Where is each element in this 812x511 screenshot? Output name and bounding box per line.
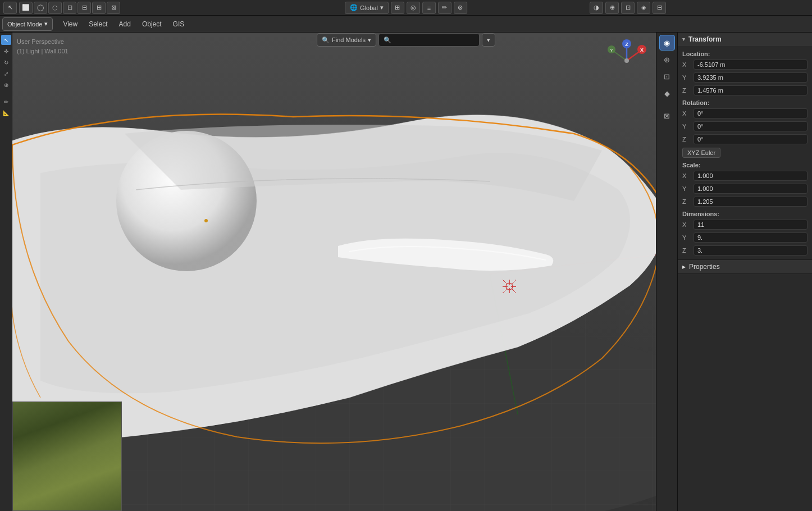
search-icon: 🔍 bbox=[384, 36, 391, 44]
global-chevron: ▾ bbox=[380, 4, 384, 11]
menu-add[interactable]: Add bbox=[113, 16, 136, 33]
rotation-label: Rotation: bbox=[682, 97, 808, 107]
transform-header[interactable]: ▾ Transform bbox=[678, 33, 812, 46]
svg-text:Z: Z bbox=[625, 42, 628, 47]
svg-line-21 bbox=[613, 51, 627, 61]
right-panel: ▾ Transform Location: X -6.5107 m Y 3.92… bbox=[677, 33, 812, 511]
extra-tool-btn[interactable]: ⊗ bbox=[454, 2, 467, 14]
dim-y-input[interactable]: 9. bbox=[694, 232, 808, 243]
properties-header[interactable]: ▸ Properties bbox=[678, 260, 812, 273]
rotation-mode-badge[interactable]: XYZ Euler bbox=[682, 148, 720, 158]
dim-x-label: X bbox=[682, 221, 694, 228]
find-models-label: Find Models bbox=[332, 36, 366, 43]
menu-bar: Object Mode ▾ View Select Add Object GIS… bbox=[0, 16, 812, 33]
dim-x-input[interactable]: 11 bbox=[694, 220, 808, 230]
menu-select[interactable]: Select bbox=[83, 16, 113, 33]
scale-z-label: Z bbox=[682, 198, 694, 205]
render-btn[interactable]: ◈ bbox=[637, 2, 650, 14]
dim-z-input[interactable]: 3. bbox=[694, 245, 808, 256]
location-z-input[interactable]: 1.4576 m bbox=[694, 85, 808, 95]
overlay-btn[interactable]: ⊡ bbox=[621, 2, 635, 14]
right-panel-icons: ◉ ⊕ ⊡ ◆ ⊠ bbox=[656, 33, 677, 511]
find-models-area: 🔍 Find Models ▾ 🔍 ▾ bbox=[317, 31, 495, 48]
transform-body: Location: X -6.5107 m Y 3.9235 m Z 1.457… bbox=[678, 46, 812, 259]
proportional-btn[interactable]: ◎ bbox=[407, 2, 420, 14]
loc-y-label: Y bbox=[682, 74, 694, 81]
measure-tool[interactable]: 📐 bbox=[1, 108, 11, 118]
viewport-extra1[interactable]: ⊠ bbox=[659, 108, 675, 124]
nav-gizmo[interactable]: Z X Y bbox=[604, 38, 649, 83]
select-extra3-btn[interactable]: ⊞ bbox=[92, 2, 106, 14]
location-label: Location: bbox=[682, 48, 808, 58]
scale-z-input[interactable]: 1.205 bbox=[694, 197, 808, 207]
dimensions-label: Dimensions: bbox=[682, 208, 808, 218]
annotate-tool[interactable]: ✏ bbox=[1, 97, 11, 107]
transform-label: Transform bbox=[688, 35, 722, 43]
dim-y-label: Y bbox=[682, 234, 694, 241]
location-x-input[interactable]: -6.5107 m bbox=[694, 60, 808, 70]
svg-point-24 bbox=[624, 58, 629, 63]
select-box-btn[interactable]: ⬜ bbox=[19, 2, 33, 14]
find-models-expand[interactable]: ▾ bbox=[482, 33, 495, 47]
gizmo-btn[interactable]: ⊕ bbox=[605, 2, 619, 14]
location-y-input[interactable]: 3.9235 m bbox=[694, 72, 808, 83]
viewport-overlay-btn[interactable]: ⊡ bbox=[659, 69, 675, 84]
viewport-render-mode[interactable]: ◆ bbox=[659, 85, 675, 101]
menu-gis[interactable]: GIS bbox=[167, 16, 190, 33]
select-extra-btn[interactable]: ⊡ bbox=[63, 2, 76, 14]
mode-selector[interactable]: Object Mode ▾ bbox=[2, 17, 53, 31]
center-toolbar: 🌐 Global ▾ ⊞ ◎ ≡ ✏ ⊗ bbox=[345, 2, 467, 14]
location-y-row: Y 3.9235 m bbox=[682, 71, 808, 84]
dim-z-label: Z bbox=[682, 247, 694, 254]
scale-x-input[interactable]: 1.000 bbox=[694, 171, 808, 181]
move-tool[interactable]: ✛ bbox=[1, 46, 11, 56]
rotation-x-row: X 0° bbox=[682, 107, 808, 120]
rotation-z-row: Z 0° bbox=[682, 133, 808, 145]
find-models-chevron: ▾ bbox=[368, 36, 371, 44]
transform-tool[interactable]: ⊕ bbox=[1, 80, 11, 90]
viewport-shading-solid[interactable]: ◉ bbox=[659, 35, 675, 51]
grease-btn[interactable]: ✏ bbox=[438, 2, 451, 14]
top-toolbar: ↖ ⬜ ◯ ◌ ⊡ ⊟ ⊞ ⊠ 🌐 Global ▾ ⊞ ◎ ≡ ✏ ⊗ ◑ ⊕… bbox=[0, 0, 812, 16]
loc-z-label: Z bbox=[682, 87, 694, 94]
transform-section: ▾ Transform Location: X -6.5107 m Y 3.92… bbox=[678, 33, 812, 260]
mirror-btn[interactable]: ≡ bbox=[422, 2, 436, 14]
menu-object[interactable]: Object bbox=[136, 16, 167, 33]
viewport[interactable]: User Perspective (1) Light | Wall.001 Z … bbox=[12, 33, 677, 511]
location-x-row: X -6.5107 m bbox=[682, 58, 808, 71]
search-input-bar[interactable]: 🔍 bbox=[378, 33, 480, 47]
viewport-gizmo-btn[interactable]: ⊕ bbox=[659, 52, 675, 67]
viewport-mode-btn[interactable]: ◑ bbox=[590, 2, 603, 14]
scale-y-input[interactable]: 1.000 bbox=[694, 184, 808, 194]
select-circle-btn[interactable]: ◯ bbox=[34, 2, 47, 14]
rotation-x-input[interactable]: 0° bbox=[694, 108, 808, 118]
select-extra2-btn[interactable]: ⊟ bbox=[77, 2, 91, 14]
properties-section: ▸ Properties bbox=[678, 260, 812, 274]
global-dropdown[interactable]: 🌐 Global ▾ bbox=[345, 2, 389, 14]
select-lasso-btn[interactable]: ◌ bbox=[48, 2, 62, 14]
editor-type-btn[interactable]: ⊟ bbox=[653, 2, 666, 14]
rotation-z-input[interactable]: 0° bbox=[694, 134, 808, 144]
dim-y-row: Y 9. bbox=[682, 231, 808, 244]
cursor-tool[interactable]: ↖ bbox=[1, 35, 11, 45]
rot-z-label: Z bbox=[682, 136, 694, 143]
rot-y-label: Y bbox=[682, 123, 694, 130]
snap-btn[interactable]: ⊞ bbox=[391, 2, 404, 14]
scale-x-label: X bbox=[682, 172, 694, 179]
menu-view[interactable]: View bbox=[57, 16, 83, 33]
global-label: Global bbox=[360, 4, 378, 11]
mode-label: Object Mode bbox=[7, 21, 42, 28]
select-extra4-btn[interactable]: ⊠ bbox=[107, 2, 120, 14]
cursor-tool-btn[interactable]: ↖ bbox=[3, 2, 17, 14]
scale-tool[interactable]: ⤢ bbox=[1, 69, 11, 79]
rotation-y-row: Y 0° bbox=[682, 120, 808, 133]
find-models-icon: 🔍 bbox=[322, 36, 330, 44]
rotation-y-input[interactable]: 0° bbox=[694, 121, 808, 131]
find-models-btn[interactable]: 🔍 Find Models ▾ bbox=[317, 33, 376, 47]
rotate-tool[interactable]: ↻ bbox=[1, 57, 11, 67]
right-toolbar: ◑ ⊕ ⊡ ◈ ⊟ bbox=[590, 2, 666, 14]
svg-text:Y: Y bbox=[610, 48, 613, 53]
bottom-left-image bbox=[12, 402, 122, 511]
left-toolbar: ↖ ✛ ↻ ⤢ ⊕ ✏ 📐 bbox=[0, 33, 12, 511]
properties-label: Properties bbox=[689, 263, 720, 271]
